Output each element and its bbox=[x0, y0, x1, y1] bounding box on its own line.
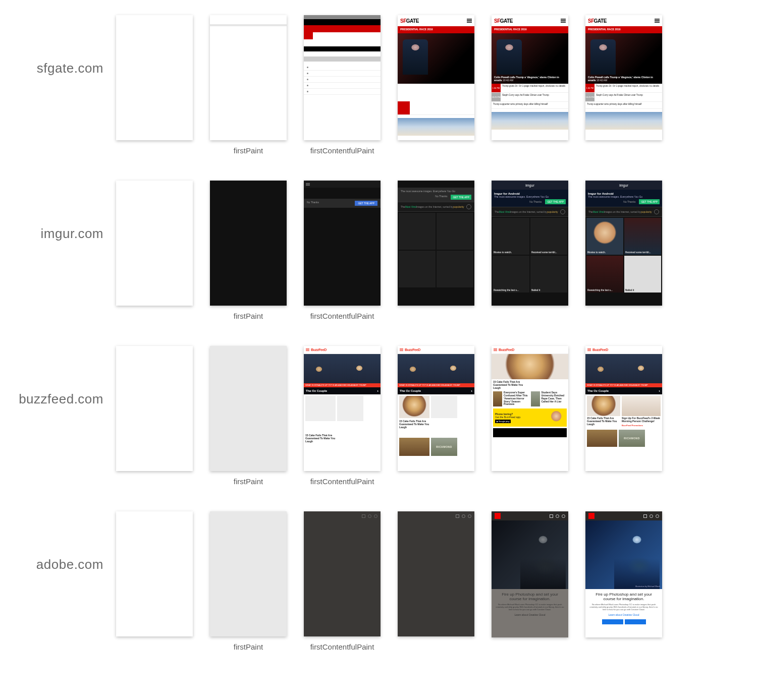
site-label-buzzfeed: buzzfeed.com bbox=[10, 346, 116, 407]
imgur-tile[interactable]: Movies to watch. bbox=[586, 218, 623, 255]
menu-icon[interactable] bbox=[561, 19, 566, 23]
sfgate-list-item[interactable]: 10:29 PMSteph Curry says he'll take Clin… bbox=[585, 93, 662, 102]
adobe-cta-link[interactable]: Learn about Creative Cloud bbox=[496, 613, 564, 616]
sfgate-list-item[interactable]: 10:29 PMSteph Curry says he'll take Clin… bbox=[492, 93, 568, 102]
imgur-sort-bar[interactable]: The Most Viral images on the Internet, s… bbox=[398, 202, 474, 212]
google-play-badge[interactable]: ▶ Google play bbox=[495, 420, 511, 423]
buzzfeed-thumb[interactable] bbox=[622, 396, 661, 416]
buzzfeed-ad-hero[interactable] bbox=[492, 354, 568, 379]
imgur-tile[interactable] bbox=[437, 213, 473, 250]
row-sfgate: sfgate.com firstPaint bbox=[10, 15, 747, 155]
sfgate-list-item[interactable]: 1:34 PMTrump gives Dr. Oz 1-page medical… bbox=[585, 84, 662, 93]
imgur-app-banner[interactable]: Imgur for Android The most awesome image… bbox=[492, 190, 568, 207]
user-icon[interactable] bbox=[562, 514, 565, 518]
menu-icon[interactable] bbox=[494, 348, 497, 351]
imgur-tile[interactable]: Received some terribl... bbox=[624, 218, 661, 255]
buzzfeed-story-title[interactable]: Everyone's Super Confused After This 'Am… bbox=[504, 391, 529, 406]
buzzfeed-thumb[interactable] bbox=[493, 391, 502, 406]
buzzfeed-story-title[interactable]: Student Says University Botched Rape Cas… bbox=[542, 391, 567, 403]
frames-sfgate: firstPaint fi bbox=[116, 15, 662, 155]
refresh-icon[interactable] bbox=[654, 209, 659, 214]
site-label-imgur: imgur.com bbox=[10, 181, 116, 242]
imgur-tile[interactable]: Received some terribl... bbox=[530, 218, 567, 255]
imgur-tile[interactable]: Rewatching the last s... bbox=[586, 256, 623, 293]
buzzfeed-story-title[interactable]: 15 Cake Fails That Are Guaranteed To Mak… bbox=[305, 434, 336, 443]
buzzfeed-hero[interactable]: WHAT IS DONALD'S UP TO? IS AN AMUSED MIL… bbox=[585, 354, 662, 394]
imgur-tile[interactable]: Movies to watch. bbox=[493, 218, 529, 255]
buzzfeed-thumb[interactable] bbox=[587, 396, 620, 416]
buzzfeed-thumb[interactable] bbox=[587, 430, 617, 447]
imgur-frame-5: imgur Imgur for Android The most awesome… bbox=[492, 181, 568, 306]
adobe-body-text: Go where Michael Black uses Photoshop CC… bbox=[589, 603, 658, 611]
sfgate-frame-fcp bbox=[304, 15, 381, 140]
buzzfeed-thumb[interactable] bbox=[399, 438, 429, 456]
buzzfeed-story-title[interactable]: 15 Cake Fails That Are Guaranteed To Mak… bbox=[399, 420, 429, 429]
imgur-tile[interactable]: Nailed it bbox=[624, 256, 661, 293]
imgur-no-thanks[interactable]: No Thanks bbox=[307, 201, 353, 206]
search-icon[interactable] bbox=[650, 514, 653, 518]
caption-fcp: firstContentfulPaint bbox=[310, 312, 374, 321]
menu-icon[interactable] bbox=[306, 348, 309, 351]
imgur-get-app-button[interactable]: GET THE APP bbox=[355, 201, 377, 206]
imgur-tile[interactable] bbox=[437, 251, 473, 287]
user-icon[interactable] bbox=[468, 514, 471, 518]
buzzfeed-story-title[interactable]: 15 Cake Fails That Are Guaranteed To Mak… bbox=[587, 417, 620, 426]
menu-icon[interactable] bbox=[306, 183, 310, 186]
sfgate-list-item[interactable]: 1:34 PMTrump gives Dr. Oz 1-page medical… bbox=[492, 84, 568, 93]
adobe-cta-link[interactable]: Learn about Creative Cloud bbox=[589, 613, 658, 616]
user-icon[interactable] bbox=[656, 514, 659, 518]
sfgate-hero[interactable]: Colin Powell calls Trump a 'disgrace,' s… bbox=[585, 33, 662, 84]
search-icon[interactable] bbox=[462, 514, 465, 518]
menu-icon[interactable] bbox=[550, 514, 553, 518]
buzzfeed-hero[interactable]: WHAT IS DONALD'S UP TO? IS AN AMUSED MIL… bbox=[304, 354, 381, 394]
menu-icon[interactable] bbox=[400, 348, 403, 351]
adobe-primary-button[interactable] bbox=[602, 619, 623, 624]
refresh-icon[interactable] bbox=[466, 204, 471, 209]
imgur-tile[interactable] bbox=[399, 213, 436, 250]
buzzfeed-thumb[interactable] bbox=[531, 391, 540, 406]
adobe-frame-blank bbox=[116, 511, 193, 636]
adobe-headline: Fire up Photoshop and set your course fo… bbox=[496, 592, 564, 602]
buzzfeed-app-ad[interactable]: Phone boring?Get the BuzzFeed app.▶ Goog… bbox=[493, 409, 567, 427]
buzzfeed-frame-4: BuzzFeeD WHAT IS DONALD'S UP TO? IS AN A… bbox=[398, 346, 474, 471]
adobe-logo bbox=[588, 513, 594, 519]
menu-icon[interactable] bbox=[467, 19, 472, 23]
adobe-body-text: Go where Michael Black uses Photoshop CC… bbox=[496, 603, 564, 611]
menu-icon[interactable] bbox=[362, 514, 365, 518]
search-icon[interactable] bbox=[368, 514, 371, 518]
buzzfeed-thumb-skeleton bbox=[337, 396, 363, 421]
caption-firstpaint: firstPaint bbox=[234, 146, 263, 155]
sfgate-hero[interactable] bbox=[398, 33, 474, 84]
search-icon[interactable] bbox=[556, 514, 559, 518]
buzzfeed-hero[interactable]: WHAT IS DONALD'S UP TO? IS AN AMUSED MIL… bbox=[398, 354, 474, 394]
buzzfeed-story-title[interactable]: Sign Up For BuzzFeed's 2-Week Morning Pe… bbox=[622, 417, 661, 423]
sfgate-list-item[interactable]: Trump supporter wins primary days after … bbox=[492, 102, 568, 109]
adobe-headline: Fire up Photoshop and set your course fo… bbox=[589, 592, 658, 602]
buzzfeed-brand-tag: BuzzFeed Promotions bbox=[622, 424, 661, 427]
imgur-get-app-button[interactable]: GET THE APP bbox=[545, 199, 566, 204]
row-imgur: imgur.com firstPaint No Thanks GET THE A… bbox=[10, 181, 747, 321]
sfgate-hero[interactable]: Colin Powell calls Trump a 'disgrace,' s… bbox=[492, 33, 568, 84]
menu-icon[interactable] bbox=[643, 514, 647, 518]
sfgate-list-item[interactable]: Trump supporter wins primary days after … bbox=[585, 102, 662, 109]
menu-icon[interactable] bbox=[655, 19, 660, 23]
imgur-app-banner[interactable]: Imgur for Android The most awesome image… bbox=[585, 190, 662, 207]
buzzfeed-thumb[interactable]: RICHMOND bbox=[619, 430, 645, 447]
imgur-tile[interactable]: Nailed it bbox=[530, 256, 567, 293]
adobe-secondary-button[interactable] bbox=[625, 619, 646, 624]
caption-firstpaint: firstPaint bbox=[234, 312, 263, 321]
buzzfeed-story-title[interactable]: 15 Cake Fails That Are Guaranteed To Mak… bbox=[493, 381, 528, 389]
imgur-no-thanks[interactable]: No Thanks bbox=[435, 195, 447, 200]
imgur-tile[interactable] bbox=[399, 251, 436, 287]
menu-icon[interactable] bbox=[587, 348, 591, 351]
buzzfeed-thumb[interactable] bbox=[399, 396, 429, 418]
refresh-icon[interactable] bbox=[560, 209, 565, 214]
site-label-adobe: adobe.com bbox=[10, 511, 116, 572]
chevron-right-icon: › bbox=[377, 389, 379, 393]
imgur-no-thanks[interactable]: No Thanks bbox=[529, 200, 542, 203]
buzzfeed-thumb[interactable]: RICHMOND bbox=[431, 438, 457, 456]
menu-icon[interactable] bbox=[456, 514, 459, 518]
user-icon[interactable] bbox=[374, 514, 377, 518]
imgur-tile[interactable]: Rewatching the last s... bbox=[493, 256, 529, 293]
imgur-get-app-button[interactable]: GET THE APP bbox=[451, 195, 471, 200]
